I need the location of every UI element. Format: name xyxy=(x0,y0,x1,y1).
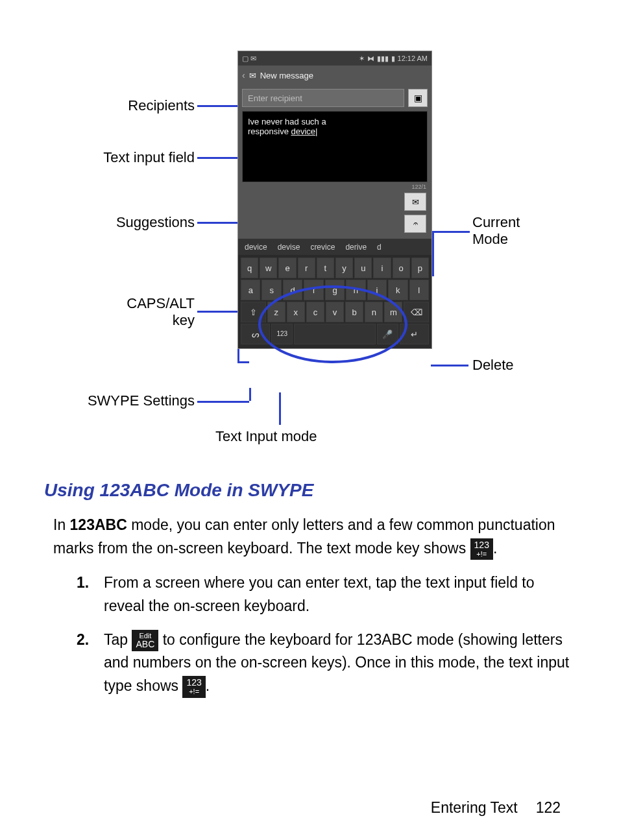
key-j[interactable]: j xyxy=(367,280,387,300)
callout-caps-alt: CAPS/ALT key xyxy=(58,295,195,329)
battery-icon: ▮ xyxy=(391,54,395,63)
key-r[interactable]: r xyxy=(298,258,315,278)
paperclip-icon: 𝄐 xyxy=(413,219,418,229)
key-o[interactable]: o xyxy=(393,258,410,278)
swype-diagram: Recipients Text input field Suggestions … xyxy=(0,0,619,454)
edit-abc-key-icon: EditABC xyxy=(132,630,158,651)
mode-key[interactable]: 123 xyxy=(271,324,293,344)
callout-recipients: Recipients xyxy=(58,97,195,114)
swype-keyboard: q w e r t y u i o p a s d f g h j k l xyxy=(238,255,431,348)
callout-text-input-mode: Text Input mode xyxy=(215,428,317,445)
mode-key-icon: 123+!= xyxy=(182,676,205,697)
mode-key-icon: 123+!= xyxy=(470,538,493,560)
step-2: 2. Tap EditABC to configure the keyboard… xyxy=(77,629,574,698)
phone-mockup: ▢ ✉ ✶ ⧓ ▮▮▮ ▮ 12:12 AM ‹ ✉ New message E… xyxy=(237,51,432,349)
status-bar: ▢ ✉ ✶ ⧓ ▮▮▮ ▮ 12:12 AM xyxy=(238,51,431,66)
message-text-area[interactable]: Ive never had such a responsive device| xyxy=(242,111,428,182)
step-number: 2. xyxy=(77,629,89,652)
message-line-2: responsive device| xyxy=(248,126,422,136)
key-y[interactable]: y xyxy=(335,258,353,278)
step-1: 1. From a screen where you can enter tex… xyxy=(77,571,574,618)
signal-icon: ▮▮▮ xyxy=(377,54,389,63)
key-u[interactable]: u xyxy=(354,258,372,278)
step-number: 1. xyxy=(77,571,89,595)
page-footer: Entering Text 122 xyxy=(431,799,561,817)
suggestion-item[interactable]: d xyxy=(377,243,382,252)
key-w[interactable]: w xyxy=(260,258,277,278)
key-c[interactable]: c xyxy=(306,302,324,322)
enter-key[interactable]: ↵ xyxy=(400,324,429,344)
page-number: 122 xyxy=(536,799,561,817)
key-q[interactable]: q xyxy=(241,258,258,278)
envelope-icon: ✉ xyxy=(249,71,256,80)
key-k[interactable]: k xyxy=(388,280,407,300)
swype-settings-key[interactable]: ᔕ xyxy=(241,324,270,344)
mic-key[interactable]: 🎤 xyxy=(377,324,398,344)
screen-title: New message xyxy=(260,71,313,80)
backspace-icon: ⌫ xyxy=(411,307,422,317)
attach-button[interactable]: 𝄐 xyxy=(404,215,426,233)
key-i[interactable]: i xyxy=(373,258,391,278)
bluetooth-icon: ✶ xyxy=(359,54,365,63)
space-key[interactable] xyxy=(294,324,376,344)
callout-delete: Delete xyxy=(472,357,514,374)
add-contact-button[interactable]: ▣ xyxy=(408,89,428,107)
key-b[interactable]: b xyxy=(345,302,363,322)
key-e[interactable]: e xyxy=(278,258,296,278)
shift-key[interactable]: ⇧ xyxy=(241,302,266,322)
key-s[interactable]: s xyxy=(261,280,281,300)
person-icon: ▣ xyxy=(414,93,422,103)
backspace-key[interactable]: ⌫ xyxy=(404,302,429,322)
key-a[interactable]: a xyxy=(241,280,260,300)
message-line-1: Ive never had such a xyxy=(248,117,422,126)
steps-list: 1. From a screen where you can enter tex… xyxy=(77,571,574,697)
suggestion-item[interactable]: device xyxy=(245,243,267,252)
key-x[interactable]: x xyxy=(287,302,305,322)
callout-current-mode: Current Mode xyxy=(472,214,520,248)
wifi-icon: ⧓ xyxy=(367,54,374,63)
callout-suggestions: Suggestions xyxy=(58,214,195,231)
callout-text-input-field: Text input field xyxy=(58,149,195,166)
key-n[interactable]: n xyxy=(365,302,383,322)
key-v[interactable]: v xyxy=(326,302,344,322)
key-l[interactable]: l xyxy=(409,280,429,300)
section-name: Entering Text xyxy=(431,799,518,817)
mic-icon: 🎤 xyxy=(382,330,393,339)
key-d[interactable]: d xyxy=(283,280,302,300)
key-g[interactable]: g xyxy=(325,280,345,300)
callout-swype-settings: SWYPE Settings xyxy=(39,392,195,409)
send-button[interactable]: ✉ xyxy=(404,193,426,211)
section-heading: Using 123ABC Mode in SWYPE xyxy=(44,480,619,501)
clock-time: 12:12 AM xyxy=(398,54,428,62)
swype-icon: ᔕ xyxy=(252,330,260,339)
key-p[interactable]: p xyxy=(411,258,429,278)
shift-icon: ⇧ xyxy=(250,307,257,317)
status-left-icons: ▢ ✉ xyxy=(242,54,256,63)
key-t[interactable]: t xyxy=(317,258,334,278)
suggestion-item[interactable]: crevice xyxy=(310,243,335,252)
recipient-input[interactable]: Enter recipient xyxy=(242,89,404,107)
suggestion-bar: device devise crevice derive d xyxy=(238,238,431,255)
suggestion-item[interactable]: devise xyxy=(278,243,300,252)
back-icon[interactable]: ‹ xyxy=(242,70,245,80)
enter-icon: ↵ xyxy=(411,330,418,339)
key-m[interactable]: m xyxy=(384,302,402,322)
app-title-bar: ‹ ✉ New message xyxy=(238,66,431,85)
key-h[interactable]: h xyxy=(346,280,365,300)
send-icon: ✉ xyxy=(412,197,419,207)
key-z[interactable]: z xyxy=(267,302,285,322)
suggestion-item[interactable]: derive xyxy=(345,243,367,252)
char-counter: 122/1 xyxy=(411,184,426,190)
key-f[interactable]: f xyxy=(304,280,323,300)
intro-paragraph: In 123ABC mode, you can enter only lette… xyxy=(53,514,574,560)
